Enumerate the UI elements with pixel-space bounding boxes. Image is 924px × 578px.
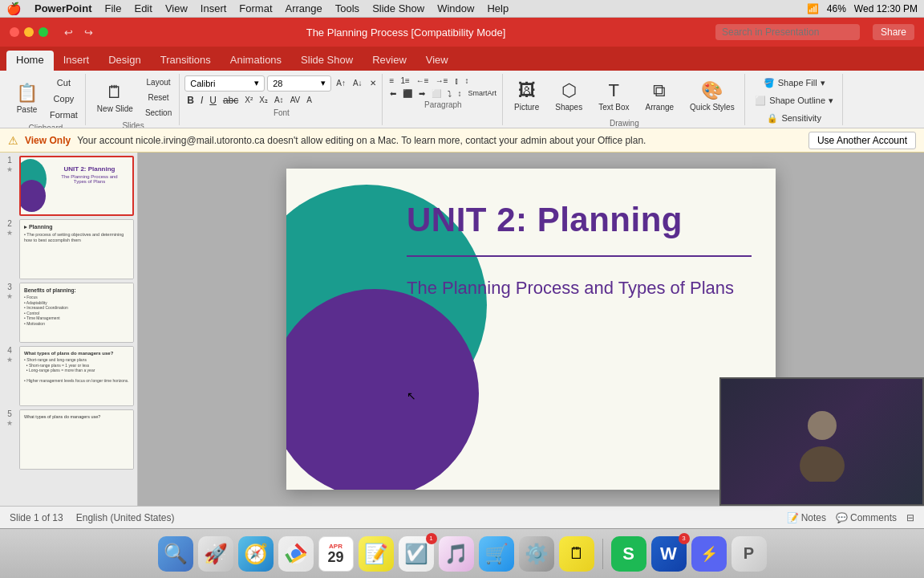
align-left-button[interactable]: ⬅ xyxy=(387,88,399,99)
dock-launchpad[interactable]: 🚀 xyxy=(198,536,233,572)
increase-font-button[interactable]: A↑ xyxy=(334,78,348,88)
slide-2-num-star: 2 ★ xyxy=(3,219,16,237)
tab-insert[interactable]: Insert xyxy=(54,51,99,71)
slide-3-thumb-content: • Focus• Adaptability• Increased Coordin… xyxy=(24,295,129,326)
tab-animations[interactable]: Animations xyxy=(221,51,291,71)
search-input[interactable] xyxy=(715,24,860,40)
slide-canvas[interactable]: UNIT 2: Planning The Planning Process an… xyxy=(286,169,776,490)
paste-button[interactable]: 📋 Paste xyxy=(10,78,44,120)
menu-view[interactable]: View xyxy=(165,2,188,14)
new-slide-button[interactable]: 🗒 New Slide xyxy=(91,76,140,118)
dock-discord[interactable]: ⚡ xyxy=(691,536,727,572)
subscript-button[interactable]: X₂ xyxy=(257,95,270,105)
dock-finder[interactable]: 🔍 xyxy=(158,536,193,572)
section-button[interactable]: Section xyxy=(141,106,176,120)
shapes-label: Shapes xyxy=(555,103,582,112)
strikethrough-button[interactable]: abc xyxy=(221,94,241,107)
apple-menu[interactable]: 🍎 xyxy=(6,2,22,16)
view-toggle-icon[interactable]: ⊟ xyxy=(906,512,914,523)
tab-home[interactable]: Home xyxy=(6,51,54,71)
tab-view[interactable]: View xyxy=(416,51,458,71)
picture-button[interactable]: 🖼 Picture xyxy=(508,75,545,117)
slide-thumb-3[interactable]: Benefits of planning: • Focus• Adaptabil… xyxy=(19,283,134,343)
notes-button[interactable]: 📝 Notes xyxy=(787,512,826,523)
tab-design[interactable]: Design xyxy=(99,51,150,71)
font-color-button[interactable]: A↕ xyxy=(272,95,286,105)
maximize-button[interactable] xyxy=(38,27,48,37)
shapes-button[interactable]: ⬡ Shapes xyxy=(549,75,589,117)
shadow-button[interactable]: A xyxy=(304,95,314,105)
line-spacing-button[interactable]: ↕ xyxy=(463,75,472,86)
numbering-button[interactable]: 1≡ xyxy=(398,75,411,86)
dock-reminders[interactable]: ☑️ 1 xyxy=(399,536,434,572)
dock-calendar[interactable]: APR 29 xyxy=(318,536,354,572)
forward-icon[interactable]: ↪ xyxy=(81,25,96,40)
use-another-account-button[interactable]: Use Another Account xyxy=(808,132,916,149)
tab-slideshow[interactable]: Slide Show xyxy=(291,51,363,71)
menu-format[interactable]: Format xyxy=(239,2,272,14)
close-button[interactable] xyxy=(10,27,19,37)
convert-smartart-button[interactable]: SmartArt xyxy=(466,88,500,99)
quick-styles-button[interactable]: 🎨 Quick Styles xyxy=(683,75,741,117)
char-spacing-button[interactable]: AV xyxy=(288,95,303,105)
font-family-dropdown[interactable]: Calibri ▾ xyxy=(184,75,265,92)
dock-chrome[interactable] xyxy=(278,536,314,572)
menu-tools[interactable]: Tools xyxy=(335,2,359,14)
slide-thumb-4[interactable]: What types of plans do managers use? • S… xyxy=(19,346,134,406)
dock-stickies[interactable]: 🗒 xyxy=(559,536,594,572)
decrease-font-button[interactable]: A↓ xyxy=(351,78,365,88)
font-size-dropdown[interactable]: 28 ▾ xyxy=(267,75,331,92)
text-direction-button[interactable]: ⤵ xyxy=(445,88,454,99)
superscript-button[interactable]: X² xyxy=(242,95,255,105)
cut-button[interactable]: Cut xyxy=(46,75,82,90)
shape-fill-button[interactable]: 🪣 Shape Fill ▾ xyxy=(751,75,837,91)
back-icon[interactable]: ↩ xyxy=(61,25,76,40)
share-button[interactable]: Share xyxy=(873,24,914,40)
minimize-button[interactable] xyxy=(24,27,34,37)
menu-powerpoint[interactable]: PowerPoint xyxy=(34,2,92,14)
comments-button[interactable]: 💬 Comments xyxy=(836,512,897,523)
bullets-button[interactable]: ≡ xyxy=(387,75,397,86)
shape-outline-button[interactable]: ⬜ Shape Outline ▾ xyxy=(751,93,837,108)
sensitivity-button[interactable]: 🔒 Sensitivity xyxy=(751,111,837,126)
bold-button[interactable]: B xyxy=(184,94,197,107)
underline-button[interactable]: U xyxy=(207,94,219,107)
dock-appstore[interactable]: 🛒 xyxy=(479,536,514,572)
menu-insert[interactable]: Insert xyxy=(201,2,227,14)
dock-system-preferences[interactable]: ⚙️ xyxy=(519,536,554,572)
dock-music[interactable]: 🎵 xyxy=(439,536,474,572)
font-name: Calibri xyxy=(190,79,215,88)
decrease-indent-button[interactable]: ←≡ xyxy=(414,75,432,86)
align-text-button[interactable]: ↕ xyxy=(456,88,464,99)
cols-button[interactable]: ⫿ xyxy=(452,75,461,86)
menu-window[interactable]: Window xyxy=(437,2,474,14)
menu-edit[interactable]: Edit xyxy=(134,2,152,14)
tab-transitions[interactable]: Transitions xyxy=(151,51,221,71)
dock-spotify[interactable]: S xyxy=(611,536,646,572)
clear-format-button[interactable]: ✕ xyxy=(367,78,379,88)
align-center-button[interactable]: ⬛ xyxy=(400,88,415,99)
menu-file[interactable]: File xyxy=(105,2,122,14)
dock-misc-app[interactable]: P xyxy=(732,536,767,572)
dock-safari[interactable]: 🧭 xyxy=(238,536,274,572)
increase-indent-button[interactable]: →≡ xyxy=(433,75,451,86)
reset-button[interactable]: Reset xyxy=(141,91,176,104)
justify-button[interactable]: ⬜ xyxy=(429,88,444,99)
slide-thumb-1[interactable]: UNIT 2: Planning The Planning Process an… xyxy=(19,156,134,216)
format-paint-button[interactable]: Format xyxy=(46,108,82,122)
menu-help[interactable]: Help xyxy=(487,2,509,14)
textbox-button[interactable]: T Text Box xyxy=(592,75,635,117)
dock-notes[interactable]: 📝 xyxy=(359,536,394,572)
slide-thumb-2[interactable]: ▸ Planning • The process of setting obje… xyxy=(19,219,134,279)
menu-slideshow[interactable]: Slide Show xyxy=(372,2,424,14)
align-right-button[interactable]: ➡ xyxy=(416,88,428,99)
menu-arrange[interactable]: Arrange xyxy=(286,2,322,14)
italic-button[interactable]: I xyxy=(198,94,205,107)
reminders-icon: ☑️ xyxy=(404,543,428,565)
tab-review[interactable]: Review xyxy=(363,51,416,71)
layout-button[interactable]: Layout xyxy=(141,75,176,89)
slide-thumb-5[interactable]: What types of plans do managers use? xyxy=(19,409,134,470)
copy-button[interactable]: Copy xyxy=(46,92,82,106)
arrange-button[interactable]: ⧉ Arrange xyxy=(639,75,681,117)
dock-word[interactable]: W 3 xyxy=(651,536,687,572)
